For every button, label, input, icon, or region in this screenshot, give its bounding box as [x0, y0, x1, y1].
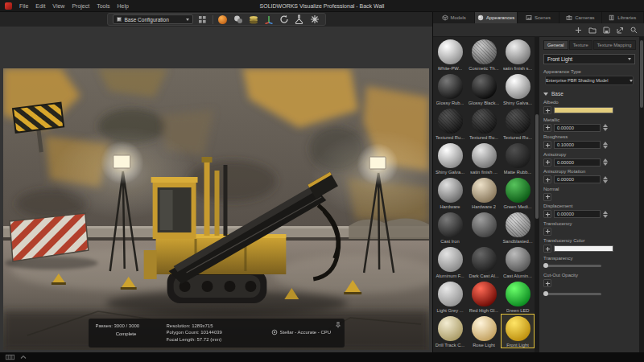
- search-button[interactable]: [630, 27, 638, 34]
- rotate-view-button[interactable]: [279, 14, 290, 25]
- expand-up-icon[interactable]: [20, 355, 27, 360]
- turntable-button[interactable]: [248, 14, 259, 25]
- scrollbar-thumb[interactable]: [535, 114, 539, 219]
- appearance-swatch[interactable]: Light Grey ...: [433, 279, 467, 314]
- menu-project[interactable]: Project: [72, 3, 89, 9]
- add-texture-button[interactable]: [543, 175, 551, 183]
- tab-cameras[interactable]: Cameras: [559, 12, 601, 23]
- add-appearance-button[interactable]: [575, 27, 582, 34]
- add-texture-button[interactable]: [543, 245, 551, 253]
- tab-general[interactable]: General: [543, 40, 568, 50]
- add-texture-button[interactable]: [543, 193, 551, 201]
- appearance-swatch[interactable]: Green Medi...: [501, 175, 535, 210]
- slider-track[interactable]: [543, 265, 601, 267]
- number-input[interactable]: 0.00000: [554, 158, 601, 167]
- properties-scrollbar[interactable]: [639, 37, 644, 352]
- appearance-name-dropdown[interactable]: Front Light: [543, 54, 635, 64]
- appearance-swatch[interactable]: Rose Light: [467, 314, 501, 348]
- appearance-swatch[interactable]: Dark Cast Al...: [467, 245, 501, 279]
- appearance-type-dropdown[interactable]: Enterprise PBR Shading Model: [545, 76, 634, 85]
- render-canvas[interactable]: [3, 68, 429, 350]
- config-grid-button[interactable]: [197, 14, 208, 25]
- slider-track[interactable]: [543, 293, 601, 295]
- appearance-swatch[interactable]: Drill Track C...: [433, 314, 467, 348]
- export-button[interactable]: [617, 27, 624, 34]
- camera-icon: [566, 14, 572, 21]
- appearance-swatch[interactable]: Cast Iron: [433, 210, 467, 245]
- appearance-swatch[interactable]: Matte Rubb...: [501, 141, 535, 175]
- number-input[interactable]: 0.10000: [554, 141, 601, 149]
- add-texture-button[interactable]: [543, 228, 551, 236]
- color-swatch-button[interactable]: [554, 245, 613, 252]
- number-input[interactable]: 0.00000: [554, 124, 601, 132]
- materials-button[interactable]: [233, 14, 244, 25]
- appearance-swatch[interactable]: satin finish ...: [467, 141, 501, 175]
- menu-file[interactable]: File: [19, 3, 28, 9]
- render-button[interactable]: [294, 14, 305, 25]
- viewport[interactable]: Passes: 3000 / 3000 Complete Resolution:…: [0, 27, 432, 352]
- number-input[interactable]: 0.00000: [554, 175, 601, 183]
- stepper-buttons[interactable]: [603, 158, 608, 166]
- tab-libraries[interactable]: Libraries: [602, 12, 644, 23]
- appearance-swatch[interactable]: Cosmetic Th...: [467, 37, 501, 72]
- configuration-dropdown[interactable]: Base Configuration: [113, 14, 193, 24]
- appearance-swatch[interactable]: Hardware 2: [467, 175, 501, 210]
- add-texture-button[interactable]: [543, 106, 551, 114]
- add-texture-button[interactable]: [543, 279, 551, 287]
- add-texture-button[interactable]: [543, 158, 551, 167]
- appearance-swatch[interactable]: Glossy Black...: [467, 72, 501, 106]
- swatch-scrollbar[interactable]: [535, 37, 539, 352]
- tab-scenes[interactable]: Scenes: [518, 12, 559, 23]
- menu-tools[interactable]: Tools: [97, 3, 109, 9]
- add-texture-button[interactable]: [543, 210, 551, 218]
- tab-texture-mapping[interactable]: Texture Mapping: [593, 40, 636, 50]
- appearance-swatch[interactable]: Textured Ru...: [467, 106, 501, 141]
- tab-appearances[interactable]: Appearances: [475, 12, 517, 23]
- appearance-swatch[interactable]: Red High Gl...: [467, 279, 501, 314]
- menu-edit[interactable]: Edit: [35, 3, 45, 9]
- stepper-buttons[interactable]: [603, 211, 608, 218]
- appearance-swatch[interactable]: Green LED: [501, 279, 535, 314]
- status-bar: [0, 352, 644, 362]
- appearance-swatch[interactable]: Textured Ru...: [433, 106, 467, 141]
- param-transparency: Transparency: [543, 256, 635, 271]
- number-input[interactable]: 0.00000: [554, 210, 601, 218]
- stepper-buttons[interactable]: [603, 142, 608, 149]
- appearance-swatch[interactable]: Front Light: [501, 314, 535, 348]
- appearance-swatch[interactable]: Cast Alumin...: [501, 245, 535, 279]
- appearance-swatch[interactable]: Aluminum F...: [433, 245, 467, 279]
- pin-icon[interactable]: [335, 322, 341, 328]
- appearance-swatch[interactable]: White-PW...: [433, 37, 467, 72]
- tab-models[interactable]: Models: [433, 12, 475, 23]
- appearance-swatch[interactable]: satin finish s...: [501, 37, 535, 72]
- menu-view[interactable]: View: [52, 3, 64, 9]
- appearance-swatch[interactable]: Hardware: [433, 175, 467, 210]
- tab-texture[interactable]: Texture: [569, 40, 592, 50]
- triad-button[interactable]: [263, 14, 275, 25]
- scrollbar-thumb[interactable]: [640, 40, 643, 108]
- appearance-swatch[interactable]: Shiny Galva...: [433, 141, 467, 175]
- add-texture-button[interactable]: [543, 124, 551, 132]
- base-section-header[interactable]: Base: [543, 91, 635, 97]
- color-swatch-button[interactable]: [554, 107, 613, 113]
- param-row: 0.10000: [543, 141, 635, 150]
- timeline-icon[interactable]: [6, 354, 14, 360]
- appearance-swatch[interactable]: Textured Ru...: [501, 106, 535, 141]
- appearance-swatch[interactable]: Sandblasted...: [501, 210, 535, 245]
- import-button[interactable]: [588, 27, 597, 34]
- appearance-sphere-thumb: [438, 212, 463, 237]
- stepper-buttons[interactable]: [603, 176, 608, 183]
- effects-button[interactable]: [309, 14, 320, 25]
- appearance-swatch[interactable]: Shiny Galva...: [501, 72, 535, 106]
- appearance-name: Glossy Black...: [469, 101, 499, 105]
- floppy-icon: [603, 27, 610, 34]
- add-texture-button[interactable]: [543, 141, 551, 149]
- slider-thumb[interactable]: [543, 263, 548, 268]
- slider-thumb[interactable]: [543, 291, 548, 296]
- save-button[interactable]: [603, 27, 610, 34]
- menu-help[interactable]: Help: [118, 3, 129, 9]
- appearance-swatch[interactable]: Glossy Rub...: [433, 72, 467, 106]
- appearance-swatch[interactable]: [467, 210, 501, 245]
- appearance-ball-button[interactable]: [217, 14, 229, 25]
- stepper-buttons[interactable]: [603, 124, 608, 131]
